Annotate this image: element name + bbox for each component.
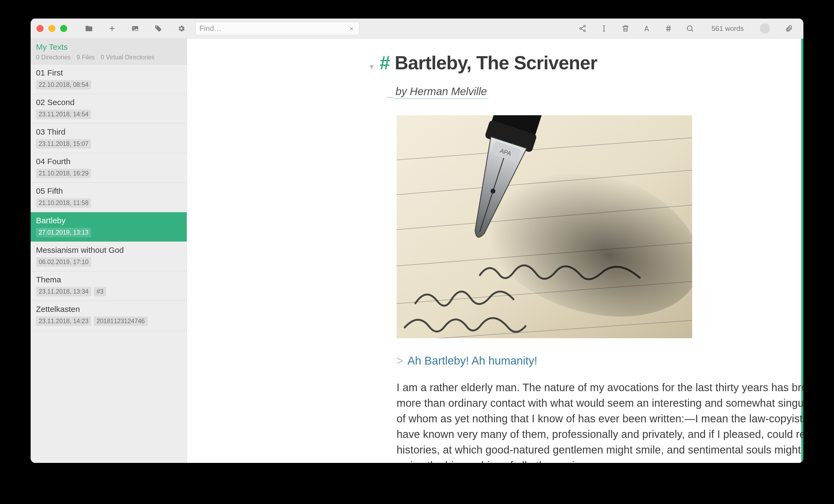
file-item-chips: 21.10.2018, 11:58 <box>36 198 181 208</box>
file-item[interactable]: 03 Third23.11.2018, 15:07 <box>30 124 187 153</box>
typography-button[interactable] <box>636 19 658 39</box>
svg-point-4 <box>584 30 585 32</box>
window-traffic-lights <box>37 25 67 32</box>
file-item-name: Messianism without God <box>36 245 181 255</box>
svg-point-5 <box>687 26 692 30</box>
attachments-button[interactable] <box>778 19 799 39</box>
file-item-chips: 23.11.2018, 14:2320181123124746 <box>36 316 181 326</box>
toc-button[interactable] <box>658 19 679 39</box>
quote-marker-icon: > <box>397 354 403 367</box>
editor-pane: ▾ # Bartleby, The Scrivener by Herman Me… <box>187 39 804 463</box>
paperclip-icon <box>785 24 793 32</box>
folder-icon <box>85 24 93 32</box>
window-zoom-button[interactable] <box>60 25 67 32</box>
insert-image-button[interactable] <box>125 19 146 39</box>
document-byline[interactable]: by Herman Melville <box>394 85 488 99</box>
quote-text: Ah Bartleby! Ah humanity! <box>408 354 537 367</box>
file-item-name: Bartleby <box>36 216 181 225</box>
global-search[interactable]: × <box>195 22 359 35</box>
share-icon <box>578 24 587 32</box>
file-item-name: Thema <box>36 275 181 284</box>
file-item-chips: 22.10.2018, 08:54 <box>36 80 181 89</box>
sidebar-vdir-count: 0 Virtual Directories <box>101 54 154 61</box>
file-item-date: 22.10.2018, 08:54 <box>36 80 91 89</box>
new-file-button[interactable] <box>101 19 123 39</box>
gear-icon <box>177 24 185 32</box>
file-item-extra: #3 <box>94 287 106 296</box>
svg-point-1 <box>134 27 135 28</box>
word-count: 561 words <box>711 24 744 33</box>
document-title: Bartleby, The Scrivener <box>395 52 597 73</box>
file-item-name: 03 Third <box>36 127 181 136</box>
body-paragraph[interactable]: I am a rather elderly man. The nature of… <box>397 380 804 463</box>
image-icon <box>131 24 139 32</box>
file-item[interactable]: 02 Second23.11.2018, 14:54 <box>30 94 187 124</box>
share-button[interactable] <box>572 19 593 39</box>
toolbar-right: 561 words <box>572 19 799 39</box>
file-item[interactable]: Thema23.11.2018, 13:34#3 <box>30 271 187 301</box>
toolbar: × <box>30 19 804 39</box>
file-item[interactable]: 05 Fifth21.10.2018, 11:58 <box>30 183 187 212</box>
editor-surface[interactable]: ▾ # Bartleby, The Scrivener by Herman Me… <box>187 39 804 463</box>
content-image: APA <box>397 115 692 338</box>
tag-icon <box>154 24 162 32</box>
sidebar-header[interactable]: My Texts 0 Directories 9 Files 0 Virtual… <box>30 39 187 64</box>
file-item-date: 06.02.2019, 17:10 <box>36 257 91 267</box>
svg-point-2 <box>584 25 585 27</box>
sidebar: My Texts 0 Directories 9 Files 0 Virtual… <box>30 39 187 463</box>
trash-icon <box>621 24 630 32</box>
fold-marker-icon[interactable]: ▾ <box>370 62 374 71</box>
tags-button[interactable] <box>148 19 169 39</box>
search-icon <box>686 24 694 32</box>
file-item-chips: 23.11.2018, 14:54 <box>36 110 181 119</box>
sidebar-meta: 0 Directories 9 Files 0 Virtual Director… <box>36 54 181 61</box>
file-item-chips: 27.01.2019, 13:13 <box>36 228 181 237</box>
window-minimize-button[interactable] <box>48 25 56 32</box>
find-in-file-button[interactable] <box>679 19 701 39</box>
file-item[interactable]: Zettelkasten23.11.2018, 14:2320181123124… <box>30 301 187 330</box>
file-item[interactable]: 04 Fourth21.10.2018, 16:29 <box>30 153 187 183</box>
file-item[interactable]: Bartleby27.01.2019, 13:13 <box>30 212 187 242</box>
file-item-date: 23.11.2018, 15:07 <box>36 139 91 149</box>
file-item-date: 27.01.2019, 13:13 <box>36 228 91 237</box>
file-item-name: 05 Fifth <box>36 187 181 196</box>
pen-image-icon: APA <box>397 115 692 338</box>
font-icon <box>643 24 651 32</box>
sidebar-dir-count: 0 Directories <box>36 54 71 61</box>
file-item-date: 21.10.2018, 11:58 <box>36 198 91 208</box>
markdown-hash: # <box>380 52 390 73</box>
file-item-date: 23.11.2018, 13:34 <box>36 287 91 296</box>
file-item-chips: 23.11.2018, 15:07 <box>36 139 181 149</box>
plus-icon <box>108 24 116 32</box>
file-item-chips: 06.02.2019, 17:10 <box>36 257 181 267</box>
file-item[interactable]: 01 First22.10.2018, 08:54 <box>30 64 187 94</box>
distraction-free-button[interactable] <box>593 19 615 39</box>
settings-button[interactable] <box>171 19 192 39</box>
avatar[interactable] <box>760 23 770 34</box>
sidebar-file-count: 9 Files <box>76 54 95 61</box>
hash-icon <box>664 24 673 32</box>
delete-button[interactable] <box>615 19 636 39</box>
svg-point-3 <box>579 28 581 29</box>
window-close-button[interactable] <box>37 25 44 32</box>
search-input[interactable] <box>199 24 345 33</box>
file-item-date: 23.11.2018, 14:54 <box>36 110 91 119</box>
text-cursor-icon <box>600 24 608 32</box>
file-item-chips: 23.11.2018, 13:34#3 <box>36 287 181 296</box>
file-item-extra: 20181123124746 <box>94 316 147 326</box>
file-list: 01 First22.10.2018, 08:5402 Second23.11.… <box>30 64 187 463</box>
search-clear-button[interactable]: × <box>348 24 355 33</box>
blockquote[interactable]: > Ah Bartleby! Ah humanity! <box>397 354 763 367</box>
file-item-name: 01 First <box>36 68 181 78</box>
file-item-name: 02 Second <box>36 98 181 107</box>
file-item-date: 21.10.2018, 16:29 <box>36 169 91 178</box>
open-folder-button[interactable] <box>78 19 100 39</box>
file-item-chips: 21.10.2018, 16:29 <box>36 169 181 178</box>
heading-1[interactable]: ▾ # Bartleby, The Scrivener <box>214 52 763 73</box>
sidebar-title: My Texts <box>36 42 181 51</box>
file-item-name: 04 Fourth <box>36 157 181 166</box>
file-item-name: Zettelkasten <box>36 305 181 314</box>
app-window: × <box>30 19 804 463</box>
file-item[interactable]: Messianism without God06.02.2019, 17:10 <box>30 242 187 271</box>
file-item-date: 23.11.2018, 14:23 <box>36 316 91 326</box>
